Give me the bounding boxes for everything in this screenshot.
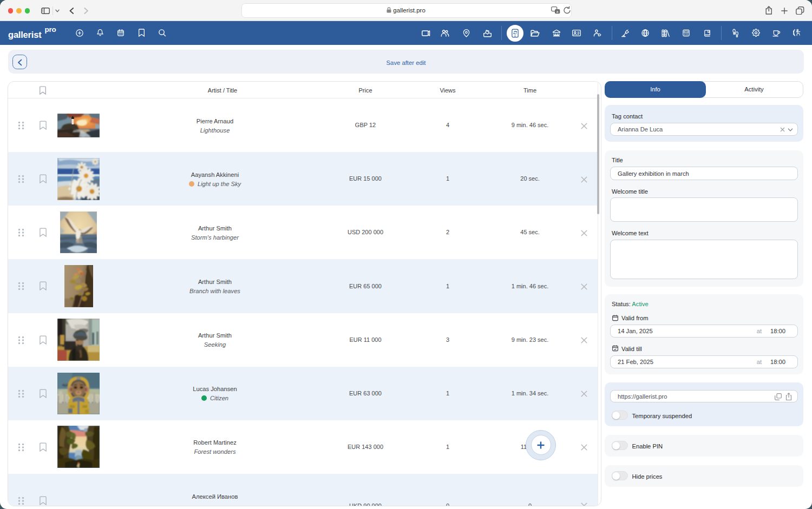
svg-text:a: a (556, 10, 559, 14)
